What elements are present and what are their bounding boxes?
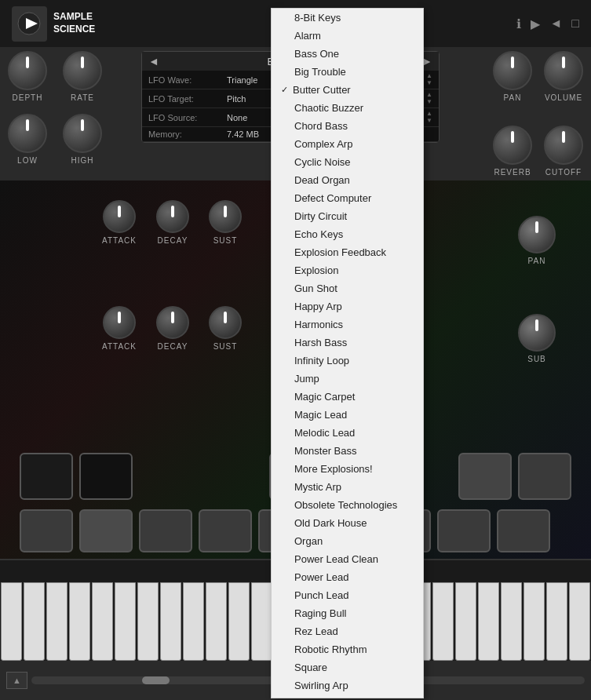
preset-item-harsh-bass[interactable]: Harsh Bass bbox=[272, 334, 423, 352]
preset-item-old-dark-house[interactable]: Old Dark House bbox=[272, 514, 423, 532]
preset-item-magic-lead[interactable]: Magic Lead bbox=[272, 406, 423, 424]
preset-item-monster-bass[interactable]: Monster Bass bbox=[272, 442, 423, 460]
preset-item-rez-lead[interactable]: Rez Lead bbox=[272, 622, 423, 640]
preset-item-obsolete-technologies[interactable]: Obsolete Technologies bbox=[272, 496, 423, 514]
lfo-target-down[interactable]: ▼ bbox=[426, 99, 432, 105]
preset-item-mystic-arp[interactable]: Mystic Arp bbox=[272, 478, 423, 496]
white-key[interactable] bbox=[183, 582, 204, 661]
preset-item-gun-shot[interactable]: Gun Shot bbox=[272, 279, 423, 297]
preset-item-defect-computer[interactable]: Defect Computer bbox=[272, 189, 423, 207]
pad-1[interactable] bbox=[20, 453, 73, 500]
lfo-target-arrows[interactable]: ▲ ▼ bbox=[426, 92, 432, 105]
low-knob[interactable] bbox=[8, 114, 47, 153]
preset-item-explosion-feedback[interactable]: Explosion Feedback bbox=[272, 243, 423, 261]
high-knob[interactable] bbox=[63, 114, 102, 153]
white-key[interactable] bbox=[524, 582, 545, 661]
preset-item-cyclic-noise[interactable]: Cyclic Noise bbox=[272, 153, 423, 171]
preset-item-bass-one[interactable]: Bass One bbox=[272, 45, 423, 63]
pad-13[interactable] bbox=[437, 509, 491, 552]
white-key[interactable] bbox=[115, 582, 136, 661]
preset-prev-button[interactable]: ◄ bbox=[148, 55, 159, 67]
white-key[interactable] bbox=[137, 582, 159, 661]
volume-knob[interactable] bbox=[544, 51, 583, 90]
reverb-knob[interactable] bbox=[493, 126, 532, 165]
pad-8[interactable] bbox=[139, 509, 192, 552]
decay1-knob[interactable] bbox=[156, 200, 189, 233]
preset-item-big-trouble[interactable]: Big Trouble bbox=[272, 63, 423, 81]
lfo-wave-arrows[interactable]: ▲ ▼ bbox=[426, 73, 432, 86]
white-key[interactable] bbox=[69, 582, 90, 661]
white-key[interactable] bbox=[251, 582, 272, 661]
preset-item-happy-arp[interactable]: Happy Arp bbox=[272, 297, 423, 315]
preset-item-echo-keys[interactable]: Echo Keys bbox=[272, 225, 423, 243]
white-key[interactable] bbox=[228, 582, 250, 661]
preset-item-butter-cutter[interactable]: Butter Cutter bbox=[272, 81, 423, 99]
scrollbar-thumb[interactable] bbox=[142, 676, 170, 684]
preset-item-dead-organ[interactable]: Dead Organ bbox=[272, 171, 423, 189]
lfo-source-arrows[interactable]: ▲ ▼ bbox=[426, 111, 432, 124]
lfo-source-up[interactable]: ▲ bbox=[426, 111, 432, 117]
pad-14[interactable] bbox=[497, 509, 550, 552]
preset-item-raging-bull[interactable]: Raging Bull bbox=[272, 604, 423, 622]
white-key[interactable] bbox=[92, 582, 113, 661]
depth-knob[interactable] bbox=[8, 51, 47, 90]
scroll-up-button[interactable]: ▲ bbox=[6, 672, 27, 689]
pad-4[interactable] bbox=[458, 453, 512, 500]
white-key[interactable] bbox=[455, 582, 476, 661]
white-key[interactable] bbox=[160, 582, 181, 661]
white-key[interactable] bbox=[206, 582, 227, 661]
white-key[interactable] bbox=[432, 582, 454, 661]
white-key[interactable] bbox=[1, 582, 22, 661]
preset-item-melodic-lead[interactable]: Melodic Lead bbox=[272, 424, 423, 442]
preset-item-dirty-circuit[interactable]: Dirty Circuit bbox=[272, 207, 423, 225]
preset-item-swirling-arp[interactable]: Swirling Arp bbox=[272, 676, 423, 695]
white-key[interactable] bbox=[546, 582, 567, 661]
pad-2[interactable] bbox=[79, 453, 133, 500]
white-key[interactable] bbox=[569, 582, 590, 661]
preset-item-explosion[interactable]: Explosion bbox=[272, 261, 423, 279]
pad-7[interactable] bbox=[79, 509, 133, 552]
preset-item-magic-carpet[interactable]: Magic Carpet bbox=[272, 388, 423, 406]
white-key[interactable] bbox=[46, 582, 67, 661]
lfo-wave-down[interactable]: ▼ bbox=[426, 80, 432, 86]
white-key[interactable] bbox=[478, 582, 499, 661]
cutoff-knob[interactable] bbox=[544, 126, 583, 165]
white-key[interactable] bbox=[24, 582, 45, 661]
preset-item-complex-arp[interactable]: Complex Arp bbox=[272, 135, 423, 153]
expand-button[interactable]: □ bbox=[571, 16, 579, 31]
attack2-knob[interactable] bbox=[103, 306, 136, 339]
preset-item-punch-lead[interactable]: Punch Lead bbox=[272, 586, 423, 604]
preset-item-more-explosions[interactable]: More Explosions! bbox=[272, 460, 423, 478]
pad-6[interactable] bbox=[20, 509, 73, 552]
preset-item-jump[interactable]: Jump bbox=[272, 370, 423, 388]
rewind-button[interactable]: ◄ bbox=[549, 16, 562, 31]
preset-item-8bit-keys[interactable]: 8-Bit Keys bbox=[272, 9, 423, 27]
sub-knob[interactable] bbox=[518, 314, 556, 352]
preset-item-power-lead-clean[interactable]: Power Lead Clean bbox=[272, 550, 423, 568]
pad-9[interactable] bbox=[199, 509, 252, 552]
preset-item-robotic-rhythm[interactable]: Robotic Rhythm bbox=[272, 640, 423, 658]
info-button[interactable]: ℹ bbox=[516, 16, 521, 31]
attack1-knob[interactable] bbox=[103, 200, 136, 233]
preset-item-organ[interactable]: Organ bbox=[272, 532, 423, 550]
preset-item-square[interactable]: Square bbox=[272, 658, 423, 676]
preset-item-harmonics[interactable]: Harmonics bbox=[272, 315, 423, 334]
preset-item-chaotic-buzzer[interactable]: Chaotic Buzzer bbox=[272, 99, 423, 117]
preset-item-alarm[interactable]: Alarm bbox=[272, 27, 423, 45]
lfo-source-down[interactable]: ▼ bbox=[426, 118, 432, 124]
pan2-knob[interactable] bbox=[518, 216, 556, 253]
pan-knob[interactable] bbox=[493, 51, 532, 90]
pad-5[interactable] bbox=[518, 453, 571, 500]
white-key[interactable] bbox=[501, 582, 522, 661]
sustain2-knob[interactable] bbox=[209, 306, 242, 339]
preset-item-infinity-loop[interactable]: Infinity Loop bbox=[272, 352, 423, 370]
rate-knob[interactable] bbox=[63, 51, 102, 90]
preset-item-power-lead[interactable]: Power Lead bbox=[272, 568, 423, 586]
preset-item-chord-bass[interactable]: Chord Bass bbox=[272, 117, 423, 135]
lfo-wave-up[interactable]: ▲ bbox=[426, 73, 432, 79]
sustain1-knob[interactable] bbox=[209, 200, 242, 233]
preset-item-thick-lead[interactable]: Thick Lead bbox=[272, 695, 423, 698]
decay2-knob[interactable] bbox=[156, 306, 189, 339]
play-button[interactable]: ▶ bbox=[531, 16, 540, 31]
lfo-target-up[interactable]: ▲ bbox=[426, 92, 432, 98]
